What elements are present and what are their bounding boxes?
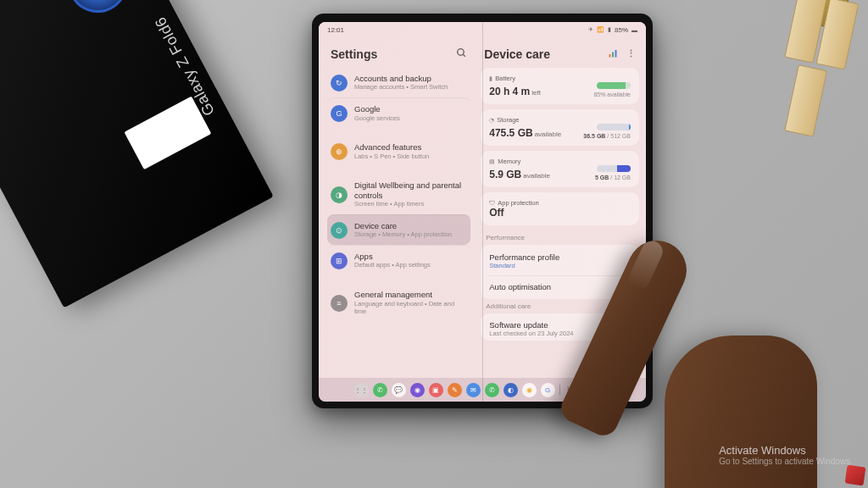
battery-card[interactable]: ▮Battery 20 h 4 mleft 85% available bbox=[481, 68, 639, 104]
device-care-icon: ⊙ bbox=[331, 222, 348, 239]
software-update-card[interactable]: Software update Last checked on 23 July … bbox=[481, 313, 639, 341]
sidebar-item-general-management[interactable]: ≡General managementLanguage and keyboard… bbox=[327, 284, 470, 322]
setting-item-title: Google bbox=[354, 104, 467, 114]
accounts-backup-icon: ↻ bbox=[331, 75, 348, 92]
auto-optimisation-row[interactable]: Auto optimisation bbox=[489, 281, 631, 292]
more-icon[interactable]: ⋮ bbox=[626, 48, 636, 60]
advanced-features-icon: ⊕ bbox=[331, 143, 348, 160]
performance-header: Performance bbox=[481, 230, 639, 245]
svg-point-0 bbox=[458, 49, 465, 56]
box-logo-icon bbox=[58, 0, 138, 23]
search-icon[interactable] bbox=[456, 47, 467, 61]
storage-card[interactable]: ◔Storage 475.5 GBavailable 36.5 GB / 512… bbox=[481, 109, 639, 146]
setting-item-sub: Screen time • App timers bbox=[354, 200, 467, 208]
setting-item-title: Digital Wellbeing and parental controls bbox=[354, 180, 467, 200]
setting-item-sub: Language and keyboard • Date and time bbox=[354, 300, 467, 317]
chart-icon[interactable] bbox=[608, 48, 618, 60]
performance-profile-row[interactable]: Performance profile Standard bbox=[489, 252, 631, 270]
setting-item-sub: Manage accounts • Smart Switch bbox=[354, 83, 467, 92]
memory-card[interactable]: ▤Memory 5.9 GBavailable 5 GB / 12 GB bbox=[481, 151, 639, 187]
digital-wellbeing-icon: ◑ bbox=[331, 186, 348, 203]
svg-rect-3 bbox=[612, 53, 614, 58]
battery-pill bbox=[597, 82, 631, 89]
dock-note-icon[interactable]: ✎ bbox=[448, 383, 462, 397]
sidebar-item-device-care[interactable]: ⊙Device careStorage • Memory • App prote… bbox=[327, 214, 470, 245]
battery-icon: ▬ bbox=[632, 27, 637, 33]
svg-line-1 bbox=[463, 54, 465, 57]
svg-rect-2 bbox=[609, 54, 610, 58]
general-management-icon: ≡ bbox=[331, 295, 348, 312]
setting-item-sub: Default apps • App settings bbox=[354, 261, 467, 269]
tablet-frame: 12:01 ✈ 📶 ▮ 85% ▬ Settings ↻Accounts and… bbox=[312, 14, 653, 408]
red-corner-badge bbox=[845, 465, 866, 486]
device-care-panel: Device care ⋮ ▮Battery 20 h 4 mleft bbox=[476, 37, 646, 378]
dock-gallery-icon[interactable]: ▣ bbox=[429, 383, 443, 397]
setting-item-title: Advanced features bbox=[354, 142, 467, 152]
nav-home-icon[interactable]: ○ bbox=[581, 385, 592, 394]
device-care-title: Device care bbox=[484, 47, 550, 61]
signal-icon: ▮ bbox=[608, 26, 611, 33]
storage-small-icon: ◔ bbox=[489, 117, 494, 124]
status-bar: 12:01 ✈ 📶 ▮ 85% ▬ bbox=[319, 22, 646, 37]
battery-small-icon: ▮ bbox=[489, 75, 492, 82]
sidebar-item-digital-wellbeing[interactable]: ◑Digital Wellbeing and parental controls… bbox=[327, 175, 470, 214]
sidebar-item-accounts-backup[interactable]: ↻Accounts and backupManage accounts • Sm… bbox=[327, 68, 470, 97]
memory-pill bbox=[597, 165, 631, 172]
sidebar-item-advanced-features[interactable]: ⊕Advanced featuresLabs • S Pen • Side bu… bbox=[327, 136, 470, 166]
dock-messages-icon[interactable]: ✉ bbox=[466, 383, 481, 397]
setting-item-sub: Google services bbox=[354, 114, 467, 123]
setting-item-title: General management bbox=[354, 290, 467, 299]
setting-item-title: Device care bbox=[354, 221, 467, 230]
status-time: 12:01 bbox=[327, 26, 344, 34]
windows-watermark: Activate Windows Go to Settings to activ… bbox=[719, 444, 853, 466]
app-protection-card[interactable]: 🛡App protection Off bbox=[481, 192, 639, 225]
wifi-icon: 📶 bbox=[597, 26, 604, 33]
nav-recent-icon[interactable]: ||| bbox=[564, 385, 576, 394]
memory-small-icon: ▤ bbox=[489, 158, 495, 165]
setting-item-sub: Storage • Memory • App protection bbox=[354, 230, 467, 239]
settings-title: Settings bbox=[331, 47, 377, 61]
sidebar-item-apps[interactable]: ⊞AppsDefault apps • App settings bbox=[327, 245, 470, 275]
shield-icon: 🛡 bbox=[489, 200, 495, 206]
dock-browser-icon[interactable]: ◉ bbox=[410, 383, 425, 397]
nav-back-icon[interactable]: 〈 bbox=[596, 385, 610, 396]
battery-percent: 85% bbox=[615, 26, 628, 34]
storage-pill bbox=[597, 124, 631, 130]
dock-chrome-icon[interactable]: ◉ bbox=[522, 383, 537, 397]
google-icon: G bbox=[331, 105, 348, 122]
tablet-screen: 12:01 ✈ 📶 ▮ 85% ▬ Settings ↻Accounts and… bbox=[319, 22, 646, 402]
setting-item-sub: Labs • S Pen • Side button bbox=[354, 152, 467, 161]
dock-chat-icon[interactable]: 💬 bbox=[392, 383, 406, 397]
dock-whatsapp-icon[interactable]: ✆ bbox=[485, 383, 499, 397]
additional-care-header: Additional care bbox=[481, 299, 639, 313]
performance-card: Performance profile Standard Auto optimi… bbox=[481, 245, 639, 299]
settings-panel: Settings ↻Accounts and backupManage acco… bbox=[319, 37, 476, 378]
sidebar-item-google[interactable]: GGoogleGoogle services bbox=[327, 97, 470, 128]
dock-outlook-icon[interactable]: ◐ bbox=[504, 383, 518, 397]
apps-icon: ⊞ bbox=[331, 252, 348, 269]
dock-google-icon[interactable]: G bbox=[541, 383, 555, 397]
app-dock: ⋮⋮✆💬◉▣✎✉✆◐◉G ||| ○ 〈 bbox=[319, 378, 646, 402]
airplane-icon: ✈ bbox=[588, 26, 593, 33]
dock-phone-icon[interactable]: ✆ bbox=[373, 383, 387, 397]
dock-apps-drawer-icon[interactable]: ⋮⋮ bbox=[354, 383, 369, 397]
setting-item-title: Apps bbox=[354, 252, 467, 261]
svg-rect-4 bbox=[615, 50, 616, 58]
setting-item-title: Accounts and backup bbox=[354, 74, 467, 83]
